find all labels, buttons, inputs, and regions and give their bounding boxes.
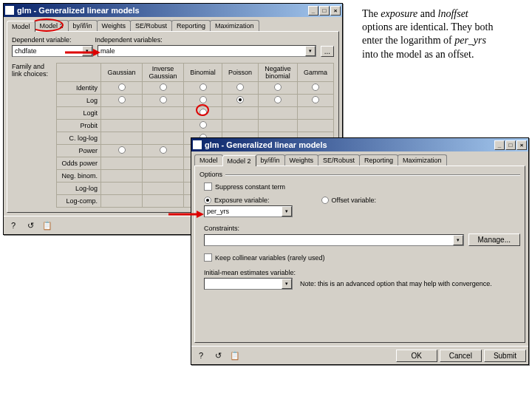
manage-button[interactable]: Manage... xyxy=(468,233,520,246)
options-label: Options xyxy=(200,171,222,178)
tab-reporting[interactable]: Reporting xyxy=(171,20,211,31)
tab-model[interactable]: Model xyxy=(194,154,223,166)
main-window-2: glm - Generalized linear models _ □ × Mo… xyxy=(191,137,529,365)
radio-cell[interactable] xyxy=(160,146,167,154)
maximize-button[interactable]: □ xyxy=(319,6,330,16)
annotation-text: The exposure and lnoffset options are id… xyxy=(362,7,525,61)
tab-se[interactable]: SE/Robust xyxy=(130,20,172,31)
chevron-down-icon: ▾ xyxy=(282,279,292,289)
exposure-label: Exposure variable: xyxy=(214,197,270,204)
radio-cell[interactable] xyxy=(274,96,282,103)
app-icon xyxy=(193,140,202,149)
row-logit: Logit xyxy=(57,107,101,120)
tab-weights[interactable]: Weights xyxy=(284,154,318,166)
submit-button[interactable]: Submit xyxy=(484,349,526,362)
dep-label: Dependent variable: xyxy=(12,36,72,44)
chevron-down-icon: ▾ xyxy=(305,46,316,56)
minimize-button[interactable]: _ xyxy=(494,140,505,150)
tab-row-1: Model Model 2 by/if/in Weights SE/Robust… xyxy=(4,17,342,31)
help-icon[interactable]: ? xyxy=(194,349,208,362)
help-icon[interactable]: ? xyxy=(6,219,21,232)
constraints-label: Constraints: xyxy=(200,225,520,232)
titlebar-2: glm - Generalized linear models _ □ × xyxy=(191,138,528,151)
chevron-down-icon: ▾ xyxy=(82,46,92,56)
row-oddspower: Odds power xyxy=(57,157,101,170)
mh-gaussian: Gaussian xyxy=(101,64,143,82)
suppress-checkbox[interactable] xyxy=(204,183,212,191)
copy-icon[interactable]: 📋 xyxy=(228,349,242,362)
footer-2: ? ↺ 📋 OK Cancel Submit xyxy=(191,346,528,364)
radio-cell[interactable] xyxy=(312,96,319,103)
initmean-combo[interactable]: ▾ xyxy=(204,278,293,290)
mh-gamma: Gamma xyxy=(298,64,334,82)
row-logcomp: Log-comp. xyxy=(57,195,101,208)
maximize-button[interactable]: □ xyxy=(505,140,516,150)
keep-checkbox[interactable] xyxy=(204,253,212,262)
group-line xyxy=(225,174,520,175)
copy-icon[interactable]: 📋 xyxy=(40,219,55,232)
tab-model2[interactable]: Model 2 xyxy=(35,20,69,31)
builder-button[interactable]: ... xyxy=(321,46,334,57)
titlebar-1: glm - Generalized linear models _ □ × xyxy=(4,4,342,17)
row-cloglog: C. log-log xyxy=(57,132,101,145)
radio-cell[interactable] xyxy=(274,83,282,91)
mh-negbin: Negative binomial xyxy=(258,64,297,82)
model2-panel: Options Suppress constant term Exposure … xyxy=(194,166,525,343)
mh-binomial: Binomial xyxy=(184,64,222,82)
radio-cell[interactable] xyxy=(200,96,207,103)
indep-value: male xyxy=(100,47,115,55)
radio-cell[interactable] xyxy=(200,121,207,129)
exposure-radio[interactable] xyxy=(204,197,211,204)
tab-reporting[interactable]: Reporting xyxy=(359,154,398,166)
row-log: Log xyxy=(57,95,101,107)
dep-value: chdfate xyxy=(15,47,37,55)
tab-row-2: Model Model 2 by/if/in Weights SE/Robust… xyxy=(191,151,528,166)
indep-combo[interactable]: male ▾ xyxy=(98,45,316,57)
cancel-button[interactable]: Cancel xyxy=(440,349,482,362)
row-probit: Probit xyxy=(57,120,101,132)
reset-icon[interactable]: ↺ xyxy=(211,349,225,362)
constraints-combo[interactable]: ▾ xyxy=(204,234,464,246)
row-negbinom: Neg. binom. xyxy=(57,170,101,183)
app-icon xyxy=(5,6,14,15)
initmean-label: Initial-mean estimates variable: xyxy=(200,269,520,276)
row-power: Power xyxy=(57,145,101,157)
keep-label: Keep collinear variables (rarely used) xyxy=(215,254,325,262)
note-text: Note: this is an advanced option that ma… xyxy=(300,280,492,287)
row-identity: Identity xyxy=(57,82,101,95)
close-button[interactable]: × xyxy=(330,6,341,16)
window-title-1: glm - Generalized linear models xyxy=(17,6,308,15)
radio-cell[interactable] xyxy=(236,96,244,103)
close-button[interactable]: × xyxy=(516,140,527,150)
reset-icon[interactable]: ↺ xyxy=(23,219,38,232)
tab-max[interactable]: Maximization xyxy=(210,20,259,31)
tab-weights[interactable]: Weights xyxy=(97,20,131,31)
radio-cell[interactable] xyxy=(236,83,244,91)
tab-se[interactable]: SE/Robust xyxy=(318,154,360,166)
radio-cell[interactable] xyxy=(200,83,207,91)
exposure-combo[interactable]: per_yrs ▾ xyxy=(204,205,293,217)
offset-radio[interactable] xyxy=(321,197,329,204)
radio-cell[interactable] xyxy=(312,83,319,91)
ok-button[interactable]: OK xyxy=(396,349,437,362)
radio-cell[interactable] xyxy=(200,109,207,116)
chevron-down-icon: ▾ xyxy=(282,206,292,216)
tab-byifin[interactable]: by/if/in xyxy=(68,20,98,31)
radio-cell[interactable] xyxy=(118,96,126,103)
tab-model2[interactable]: Model 2 xyxy=(222,155,256,166)
family-label: Family and link choices: xyxy=(12,63,56,78)
minimize-button[interactable]: _ xyxy=(308,6,318,16)
dep-combo[interactable]: chdfate ▾ xyxy=(12,45,93,57)
offset-label: Offset variable: xyxy=(332,197,376,204)
radio-cell[interactable] xyxy=(160,83,167,91)
radio-cell[interactable] xyxy=(160,96,167,103)
tab-max[interactable]: Maximization xyxy=(398,154,447,166)
mh-poisson: Poisson xyxy=(222,64,259,82)
tab-byifin[interactable]: by/if/in xyxy=(256,154,285,166)
mh-blank xyxy=(57,64,101,82)
radio-cell[interactable] xyxy=(118,83,126,91)
mh-invgauss: Inverse Gaussian xyxy=(143,64,184,82)
tab-model[interactable]: Model xyxy=(7,21,35,32)
row-loglog: Log-log xyxy=(57,183,101,195)
radio-cell[interactable] xyxy=(118,146,126,154)
